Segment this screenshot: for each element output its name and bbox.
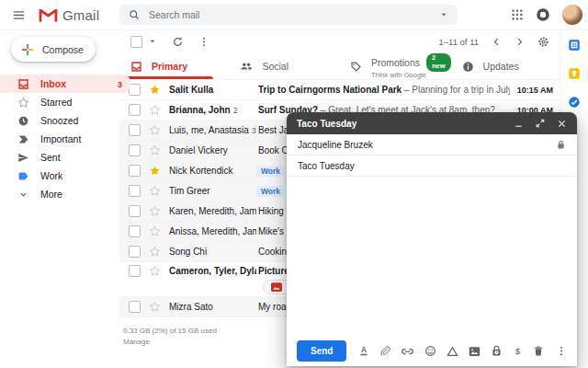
search-options-caret-icon[interactable] [439, 10, 448, 19]
chevron-down-icon [17, 190, 29, 200]
tab-promotions[interactable]: Promotions2 newThink with Google [339, 53, 451, 79]
inbox-icon [17, 78, 29, 90]
subject-field[interactable]: Taco Tuesday [287, 155, 577, 177]
label-chip[interactable]: Work [256, 166, 285, 177]
star-filled-icon[interactable] [149, 84, 161, 96]
tab-social[interactable]: Social [229, 53, 338, 79]
info-icon [462, 61, 474, 73]
compose-button[interactable]: Compose [11, 37, 96, 62]
send-money-icon[interactable]: $ [513, 345, 523, 357]
search-bar[interactable] [119, 5, 458, 25]
subject-value: Taco Tuesday [298, 161, 355, 171]
gmail-m-icon [39, 7, 58, 22]
sidebar-item-label: Sent [40, 152, 61, 163]
tag-icon [350, 61, 362, 73]
star-outline-icon[interactable] [149, 124, 161, 136]
sidebar-item-sent[interactable]: Sent [0, 148, 131, 167]
star-outline-icon[interactable] [149, 265, 161, 277]
gear-icon[interactable] [537, 36, 549, 48]
select-all-checkbox[interactable] [130, 36, 142, 48]
insert-photo-icon[interactable] [469, 346, 481, 357]
star-outline-icon[interactable] [149, 225, 161, 237]
tab-subtitle: Think with Google [371, 72, 451, 80]
category-tabs: PrimarySocialPromotions2 newThink with G… [119, 53, 560, 80]
more-options-icon[interactable] [198, 36, 209, 48]
menu-icon[interactable] [12, 8, 26, 22]
sidebar-item-snoozed[interactable]: Snoozed [0, 111, 131, 130]
minimize-icon[interactable] [514, 119, 524, 129]
insert-drive-file-icon[interactable] [447, 346, 458, 357]
apps-grid-icon[interactable] [511, 8, 524, 21]
email-sender: Anissa, Meredith, James3 [169, 226, 256, 236]
email-sender: Luis, me, Anastasia3 [169, 125, 256, 135]
send-button[interactable]: Send [297, 340, 346, 362]
star-outline-icon[interactable] [149, 185, 161, 197]
pop-out-icon[interactable] [536, 119, 545, 128]
tasks-icon[interactable] [568, 96, 581, 109]
email-row[interactable]: Salit KullaTrip to Cairngorms National P… [119, 80, 560, 100]
insert-link-icon[interactable] [401, 346, 414, 357]
sidebar-item-more[interactable]: More [0, 185, 131, 203]
compose-title: Taco Tuesday [297, 119, 356, 129]
svg-text:A: A [361, 346, 367, 354]
confidential-mode-icon[interactable] [491, 345, 503, 357]
formatting-options-icon[interactable]: A [358, 345, 369, 357]
sidebar-item-label: Starred [40, 97, 72, 108]
account-ring-icon[interactable] [536, 7, 550, 22]
compose-header[interactable]: Taco Tuesday [287, 112, 577, 134]
clock-icon [17, 115, 29, 127]
star-outline-icon[interactable] [149, 144, 161, 156]
email-time: 10:15 AM [517, 86, 553, 95]
sidebar-item-important[interactable]: Important [0, 130, 131, 148]
thread-count: 3 [252, 126, 256, 135]
select-caret-icon[interactable] [148, 37, 157, 46]
attach-file-icon[interactable] [379, 345, 390, 357]
sidebar-item-work[interactable]: Work [0, 167, 131, 185]
search-input[interactable] [147, 8, 439, 21]
star-outline-icon[interactable] [149, 246, 161, 258]
sidebar: Compose Inbox3StarredSnoozedImportantSen… [0, 29, 119, 368]
close-icon[interactable] [557, 119, 567, 129]
star-outline-icon[interactable] [149, 104, 161, 116]
email-sender: Cameron, Tyler, Dylan6 [169, 266, 256, 276]
sidebar-item-label: Snoozed [40, 115, 78, 126]
email-checkbox[interactable] [129, 246, 141, 258]
email-sender: Salit Kulla [169, 85, 256, 95]
sidebar-item-label: Inbox [40, 78, 66, 89]
star-outline-icon[interactable] [149, 301, 161, 313]
gmail-logo: Gmail [39, 7, 99, 23]
discard-draft-icon[interactable] [533, 345, 544, 357]
compose-toolbar: Send A $ [287, 336, 577, 366]
sidebar-item-label: More [40, 189, 62, 200]
newer-page-icon[interactable] [492, 37, 502, 47]
star-filled-icon[interactable] [149, 165, 161, 177]
compose-label: Compose [42, 44, 84, 55]
refresh-icon[interactable] [172, 36, 184, 48]
message-body[interactable] [287, 177, 577, 336]
svg-text:$: $ [515, 347, 520, 356]
email-sender: Daniel Vickery [169, 145, 256, 155]
tab-primary[interactable]: Primary [119, 53, 229, 79]
tab-label: Updates [483, 61, 519, 72]
insert-emoji-icon[interactable] [424, 345, 436, 357]
email-checkbox[interactable] [129, 205, 141, 217]
email-sender: Song Chi [169, 247, 256, 257]
email-checkbox[interactable] [129, 301, 141, 313]
email-checkbox[interactable] [129, 225, 141, 237]
manage-storage-link[interactable]: Manage [123, 338, 150, 346]
sidebar-item-starred[interactable]: Starred [0, 93, 131, 111]
recipient-field[interactable]: Jacqueline Bruzek [287, 134, 577, 155]
label-chip[interactable]: Work [256, 186, 285, 197]
avatar[interactable] [562, 5, 582, 25]
sidebar-item-inbox[interactable]: Inbox3 [0, 75, 131, 93]
star-outline-icon[interactable] [149, 205, 161, 217]
calendar-icon[interactable]: 31 [568, 39, 581, 52]
more-send-options-icon[interactable] [556, 345, 567, 357]
email-checkbox[interactable] [129, 265, 141, 277]
tab-updates[interactable]: Updates [451, 53, 560, 79]
send-icon [17, 152, 29, 164]
label-icon [17, 170, 29, 182]
keep-icon[interactable] [568, 67, 581, 80]
older-page-icon[interactable] [514, 37, 525, 47]
svg-text:31: 31 [571, 43, 577, 48]
